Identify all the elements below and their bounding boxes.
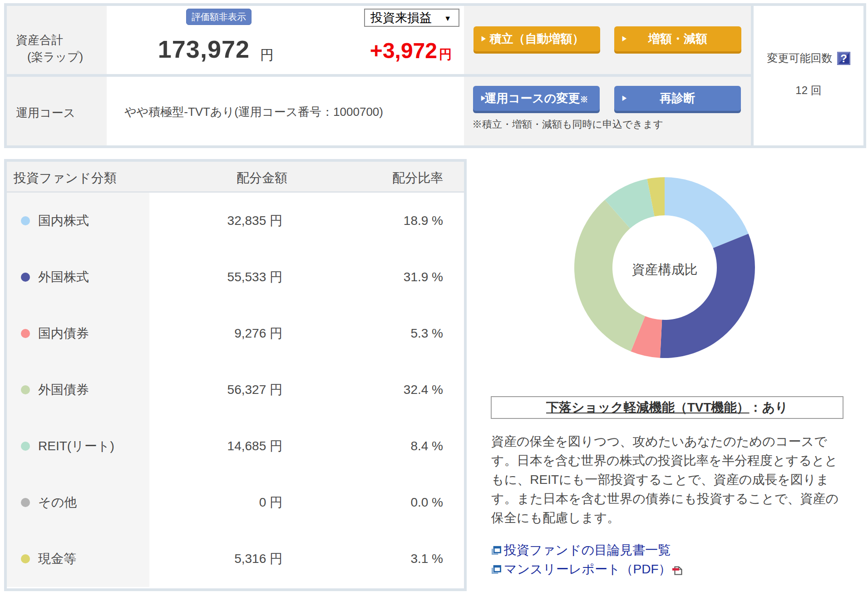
table-row-5: その他0 円0.0 % bbox=[7, 474, 464, 531]
header-classification: 投資ファンド分類 bbox=[14, 169, 117, 187]
cell-ratio: 8.4 % bbox=[298, 439, 464, 453]
cell-amount: 0 円 bbox=[149, 494, 298, 511]
svg-text:?: ? bbox=[840, 52, 847, 65]
tvt-feature-box: 下落ショック軽減機能（TVT機能）：あり bbox=[491, 396, 843, 419]
category-color-dot bbox=[21, 385, 30, 394]
course-label: 運用コース bbox=[16, 105, 75, 121]
donut-segment-外国株式 bbox=[660, 234, 755, 358]
cell-amount: 14,685 円 bbox=[149, 438, 298, 455]
cell-classification: 国内株式 bbox=[7, 193, 149, 249]
cell-ratio: 18.9 % bbox=[298, 214, 464, 228]
cell-amount: 5,316 円 bbox=[149, 550, 298, 567]
cell-classification: 外国株式 bbox=[7, 249, 149, 305]
total-assets-actions-cell: ▶積立（自動増額） ▶増額・減額 bbox=[464, 6, 751, 74]
monthly-report-link-row: マンスリーレポート（PDF） bbox=[491, 562, 683, 577]
hide-valuation-button[interactable]: 評価額非表示 bbox=[186, 9, 252, 25]
category-label: その他 bbox=[38, 494, 77, 511]
cell-classification: 現金等 bbox=[7, 531, 149, 587]
category-label: 外国株式 bbox=[38, 269, 89, 286]
category-color-dot bbox=[21, 554, 30, 563]
table-row-0: 国内株式32,835 円18.9 % bbox=[7, 193, 464, 249]
monthly-report-link[interactable]: マンスリーレポート（PDF） bbox=[504, 561, 671, 578]
change-count-panel: 変更可能回数? 12 回 bbox=[751, 3, 866, 148]
cell-amount: 9,276 円 bbox=[149, 325, 298, 342]
total-assets-label-cell: 資産合計 (楽ラップ) bbox=[7, 6, 107, 74]
allocation-table: 投資ファンド分類 配分金額 配分比率 国内株式32,835 円18.9 %外国株… bbox=[4, 159, 467, 591]
category-color-dot bbox=[21, 498, 30, 507]
pdf-icon bbox=[672, 566, 683, 575]
course-name: やや積極型-TVTあり(運用コース番号：1000700) bbox=[124, 104, 383, 120]
cell-ratio: 31.9 % bbox=[298, 270, 464, 284]
total-assets-value-cell: 評価額非表示 投資来損益 ▼ 173,972 円 +3,972 円 bbox=[107, 6, 464, 74]
change-count-value: 12 回 bbox=[754, 83, 863, 98]
course-change-button[interactable]: ▶運用コースの変更※ bbox=[473, 86, 600, 111]
cell-classification: 外国債券 bbox=[7, 362, 149, 418]
chevron-down-icon: ▼ bbox=[444, 15, 451, 23]
profit-loss-unit: 円 bbox=[439, 46, 452, 63]
tvt-feature-value: ：あり bbox=[750, 399, 788, 416]
cell-classification: REIT(リート) bbox=[7, 418, 149, 474]
cell-classification: その他 bbox=[7, 474, 149, 531]
external-window-icon bbox=[491, 546, 501, 555]
rediagnose-button[interactable]: ▶再診断 bbox=[614, 86, 741, 111]
table-row-6: 現金等5,316 円3.1 % bbox=[7, 531, 464, 587]
table-row-2: 国内債券9,276 円5.3 % bbox=[7, 305, 464, 362]
category-label: 国内債券 bbox=[38, 325, 89, 342]
help-icon[interactable]: ? bbox=[837, 52, 850, 65]
profit-loss-value: +3,972 bbox=[370, 40, 437, 62]
profit-period-select-value: 投資来損益 bbox=[370, 10, 432, 26]
category-label: 現金等 bbox=[38, 550, 76, 567]
total-assets-row: 資産合計 (楽ラップ) 評価額非表示 投資来損益 ▼ 173,972 円 +3,… bbox=[7, 6, 751, 74]
total-assets-label: 資産合計 (楽ラップ) bbox=[7, 32, 83, 65]
course-row: 運用コース やや積極型-TVTあり(運用コース番号：1000700) ▶運用コー… bbox=[7, 77, 751, 145]
triangle-right-icon: ▶ bbox=[621, 35, 627, 43]
cell-amount: 55,533 円 bbox=[149, 269, 298, 286]
category-color-dot bbox=[21, 329, 30, 338]
course-actions-cell: ▶運用コースの変更※ ▶再診断 ※積立・増額・減額も同時に申込できます bbox=[464, 77, 751, 145]
prospectus-link[interactable]: 投資ファンドの目論見書一覧 bbox=[504, 542, 671, 559]
course-description: 資産の保全を図りつつ、攻めたいあなたのためのコースで す。日本を含む世界の株式の… bbox=[491, 432, 850, 527]
table-row-1: 外国株式55,533 円31.9 % bbox=[7, 249, 464, 305]
total-assets-value: 173,972 bbox=[158, 36, 250, 62]
change-count-title-text: 変更可能回数 bbox=[767, 52, 833, 64]
profit-period-select[interactable]: 投資来損益 ▼ bbox=[364, 9, 459, 27]
cell-ratio: 0.0 % bbox=[298, 495, 464, 510]
cell-ratio: 3.1 % bbox=[298, 552, 464, 566]
button-label: 積立（自動増額） bbox=[490, 32, 584, 45]
change-count-title: 変更可能回数? bbox=[754, 51, 863, 65]
header-amount: 配分金額 bbox=[237, 169, 287, 187]
total-assets-unit: 円 bbox=[260, 46, 274, 65]
donut-segment-国内株式 bbox=[665, 177, 749, 248]
cell-classification: 国内債券 bbox=[7, 305, 149, 362]
cell-amount: 56,327 円 bbox=[149, 381, 298, 398]
cell-amount: 32,835 円 bbox=[149, 212, 298, 229]
tvt-feature-link[interactable]: 下落ショック軽減機能（TVT機能） bbox=[546, 399, 750, 416]
external-window-icon bbox=[491, 565, 501, 574]
table-row-3: 外国債券56,327 円32.4 % bbox=[7, 362, 464, 418]
allocation-table-header: 投資ファンド分類 配分金額 配分比率 bbox=[7, 162, 464, 193]
triangle-right-icon: ▶ bbox=[621, 95, 627, 103]
category-color-dot bbox=[21, 442, 30, 451]
donut-center-label: 資産構成比 bbox=[569, 261, 760, 279]
triangle-right-icon: ▶ bbox=[480, 95, 486, 103]
asset-composition-chart: 資産構成比 bbox=[569, 172, 760, 363]
category-label: 国内株式 bbox=[38, 212, 89, 229]
prospectus-link-row: 投資ファンドの目論見書一覧 bbox=[491, 542, 671, 558]
buttons-note: ※積立・増額・減額も同時に申込できます bbox=[472, 118, 663, 131]
summary-panel: 資産合計 (楽ラップ) 評価額非表示 投資来損益 ▼ 173,972 円 +3,… bbox=[4, 3, 751, 148]
allocation-table-body: 国内株式32,835 円18.9 %外国株式55,533 円31.9 %国内債券… bbox=[7, 193, 464, 588]
course-label-cell: 運用コース bbox=[7, 77, 107, 145]
cell-ratio: 32.4 % bbox=[298, 383, 464, 397]
zougaku-gengaku-button[interactable]: ▶増額・減額 bbox=[614, 26, 741, 51]
category-color-dot bbox=[21, 216, 30, 225]
course-value-cell: やや積極型-TVTあり(運用コース番号：1000700) bbox=[107, 77, 464, 145]
category-label: REIT(リート) bbox=[38, 438, 114, 455]
button-label: 運用コースの変更 bbox=[485, 91, 580, 105]
category-color-dot bbox=[21, 273, 30, 282]
category-label: 外国債券 bbox=[38, 381, 89, 398]
button-label-sup: ※ bbox=[580, 95, 588, 104]
cell-ratio: 5.3 % bbox=[298, 326, 464, 341]
triangle-right-icon: ▶ bbox=[481, 35, 487, 43]
tsumitate-button[interactable]: ▶積立（自動増額） bbox=[473, 26, 600, 51]
table-row-4: REIT(リート)14,685 円8.4 % bbox=[7, 418, 464, 474]
